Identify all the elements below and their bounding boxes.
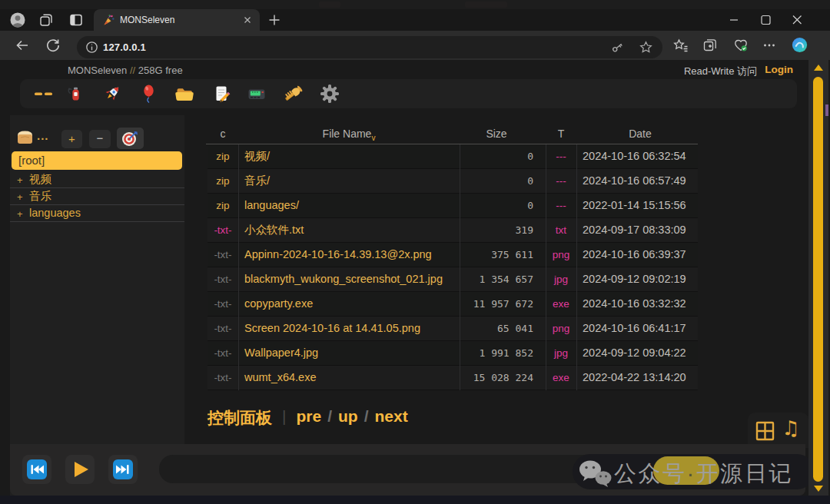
play-button[interactable] (65, 455, 95, 484)
site-title[interactable]: MONSeleven (68, 65, 127, 76)
tab-actions-icon[interactable] (68, 12, 84, 28)
file-name-link[interactable]: Screen 2024-10-16 at 14.41.05.png (244, 317, 460, 340)
browser-tab[interactable]: MONSeleven (94, 9, 260, 31)
file-name-link[interactable]: Wallpaper4.jpg (244, 341, 460, 365)
row-action-link[interactable]: -txt- (208, 366, 238, 390)
prev-folder-link[interactable]: pre (296, 407, 321, 425)
row-action-link[interactable]: -txt- (208, 218, 238, 242)
file-name-link[interactable]: 音乐/ (244, 169, 460, 193)
trumpet-icon[interactable] (283, 84, 303, 104)
favorite-star-icon[interactable] (639, 40, 654, 55)
folder-icon[interactable] (174, 84, 194, 104)
file-date: 2024-10-16 03:32:32 (583, 292, 698, 316)
breadcrumb-toggle-icon[interactable] (15, 128, 35, 147)
site-info-icon[interactable] (85, 40, 100, 55)
file-name-link[interactable]: 小众软件.txt (244, 218, 460, 242)
tree-narrow-button[interactable]: − (89, 130, 111, 148)
tree-expand-icon[interactable]: + (17, 189, 23, 205)
tree-expand-icon[interactable]: + (17, 172, 23, 188)
grid-view-icon[interactable] (755, 421, 775, 441)
pager-icon[interactable] (247, 84, 267, 104)
column-header-c[interactable]: c (208, 125, 238, 144)
file-name-link[interactable]: wumt_x64.exe (244, 366, 460, 390)
balloon-icon[interactable] (138, 84, 158, 104)
file-name-link[interactable]: languages/ (244, 194, 460, 217)
scrollbar-up-arrow[interactable] (814, 65, 823, 71)
tab-close-icon[interactable] (242, 15, 253, 25)
tree-item-label: languages (29, 205, 81, 221)
tree-root-item[interactable]: [root] (12, 151, 182, 170)
address-bar[interactable]: 127.0.0.1 (77, 36, 662, 58)
browser-titlebar: MONSeleven (0, 9, 830, 31)
row-action-link[interactable]: -txt- (208, 292, 238, 316)
tree-dots-toggle[interactable]: ... (37, 128, 52, 147)
gear-icon[interactable] (320, 84, 340, 104)
previous-track-button[interactable] (22, 455, 51, 484)
dashes-icon[interactable] (34, 84, 54, 104)
desktop-top-strip (0, 0, 830, 9)
site-header[interactable]: MONSeleven // 258G free (68, 65, 183, 76)
tree-expand-icon[interactable]: + (17, 206, 23, 222)
file-type: exe (546, 292, 576, 316)
refresh-button[interactable] (45, 38, 61, 53)
page-scrollbar[interactable] (808, 60, 828, 496)
favorites-hub-icon[interactable] (673, 38, 689, 53)
copyparty-page: MONSeleven // 258G free Read-Write 访问 Lo… (0, 60, 830, 496)
file-size: 0 (460, 169, 533, 193)
window-minimize-button[interactable] (726, 14, 742, 26)
browser-menu-icon[interactable] (762, 38, 777, 53)
fire-extinguisher-icon[interactable] (65, 84, 85, 104)
column-header-date[interactable]: Date (583, 125, 698, 144)
previous-track-icon (27, 459, 47, 479)
row-action-link[interactable]: -txt- (208, 341, 238, 365)
row-action-link[interactable]: -txt- (208, 317, 238, 340)
audio-player-icon[interactable]: ♫ (782, 416, 799, 439)
column-header-filename[interactable]: File Namev (238, 125, 460, 144)
login-link[interactable]: Login (765, 64, 793, 75)
file-name-link[interactable]: blackmyth_wukong_screenshot_021.jpg (244, 267, 460, 291)
row-action-link[interactable]: -txt- (208, 243, 238, 267)
profile-avatar[interactable] (10, 12, 25, 28)
tree-item-音乐[interactable]: +音乐 (10, 188, 184, 205)
file-name-link[interactable]: Appinn-2024-10-16-14.39.13@2x.png (244, 243, 460, 267)
tree-item-languages[interactable]: +languages (10, 205, 184, 222)
rocket-icon[interactable] (102, 84, 122, 104)
new-tab-button[interactable] (267, 13, 281, 27)
watermark: 公众号·开源日记 (573, 454, 815, 489)
file-name-link[interactable]: 视频/ (244, 144, 460, 168)
table-row: ziplanguages/0---2022-01-14 15:15:56 (208, 194, 698, 218)
file-date: 2024-09-17 08:33:09 (583, 218, 698, 242)
up-folder-link[interactable]: up (338, 407, 358, 425)
row-action-link[interactable]: zip (208, 169, 238, 193)
password-key-icon[interactable] (610, 40, 626, 55)
window-close-button[interactable] (789, 14, 805, 26)
tree-item-视频[interactable]: +视频 (10, 171, 184, 188)
tree-widen-button[interactable]: + (61, 130, 82, 148)
breadcrumb-nav: 控制面板|pre/up/next (208, 407, 408, 430)
party-popper-favicon (103, 14, 115, 26)
control-panel-link[interactable]: 控制面板 (208, 409, 272, 426)
scrollbar-thumb[interactable] (813, 77, 823, 482)
scrollbar-down-arrow[interactable] (814, 486, 823, 492)
file-size: 319 (460, 218, 533, 242)
copilot-icon[interactable] (791, 36, 806, 51)
table-row: -txt-Screen 2024-10-16 at 14.41.05.png65… (208, 317, 698, 341)
next-folder-link[interactable]: next (375, 407, 408, 425)
back-button[interactable] (15, 38, 30, 53)
next-track-button[interactable] (108, 455, 138, 484)
row-action-link[interactable]: zip (208, 194, 238, 217)
column-header-type[interactable]: T (546, 125, 576, 144)
view-toggle-box: ♫ (748, 413, 808, 448)
file-size: 0 (460, 194, 533, 217)
tree-item-label: 视频 (29, 171, 51, 187)
memo-icon[interactable] (211, 84, 231, 104)
workspaces-icon[interactable] (38, 12, 54, 28)
file-name-link[interactable]: copyparty.exe (244, 292, 460, 316)
scroll-to-target-button[interactable] (117, 128, 144, 149)
collections-icon[interactable] (702, 38, 718, 53)
browser-essentials-icon[interactable] (733, 38, 749, 53)
column-header-size[interactable]: Size (460, 125, 533, 144)
row-action-link[interactable]: zip (208, 144, 238, 168)
window-maximize-button[interactable] (758, 14, 773, 26)
row-action-link[interactable]: -txt- (208, 267, 238, 291)
